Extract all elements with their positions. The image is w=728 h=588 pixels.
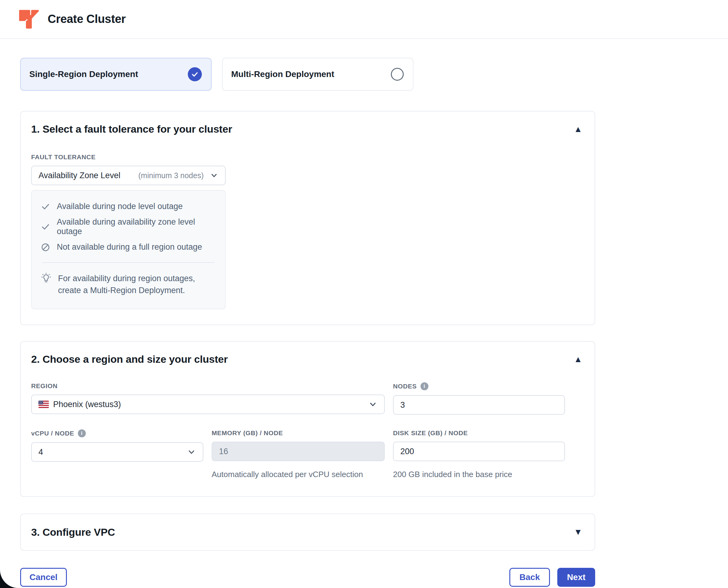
vpc-section: 3. Configure VPC ▼	[20, 513, 595, 551]
check-icon	[41, 222, 50, 231]
footer-right-buttons: Back Next	[509, 568, 595, 587]
fault-tolerance-value: Availability Zone Level	[39, 171, 120, 180]
fault-tolerance-field-group: FAULT TOLERANCE Availability Zone Level …	[31, 153, 582, 309]
fault-tolerance-section-title: 1. Select a fault tolerance for your clu…	[31, 123, 232, 135]
availability-info-box: Available during node level outage Avail…	[31, 190, 226, 309]
availability-note-text: Available during availability zone level…	[57, 217, 216, 236]
lightbulb-icon	[41, 273, 51, 286]
memory-input	[212, 442, 385, 461]
deployment-type-options: Single-Region Deployment Multi-Region De…	[20, 58, 595, 91]
fault-tolerance-section: 1. Select a fault tolerance for your clu…	[20, 111, 595, 325]
region-label: REGION	[31, 382, 385, 390]
info-icon[interactable]: i	[420, 382, 428, 390]
region-size-section-title: 2. Choose a region and size your cluster	[31, 353, 228, 365]
vcpu-value: 4	[39, 447, 43, 457]
collapse-down-icon[interactable]: ▼	[574, 528, 582, 537]
selected-check-radio[interactable]	[188, 67, 202, 81]
availability-note-text: Not available during a full region outag…	[57, 243, 202, 252]
region-size-grid: REGION	[31, 382, 582, 415]
wizard-footer: Cancel Back Next	[20, 568, 595, 587]
chevron-down-icon	[187, 447, 196, 457]
not-available-icon	[41, 243, 50, 252]
window-corner-decoration	[0, 570, 18, 588]
nodes-label: NODES	[393, 383, 417, 390]
memory-helper-text: Automatically allocated per vCPU selecti…	[212, 470, 385, 479]
chevron-down-icon	[210, 171, 218, 180]
tip-text: For availability during region outages, …	[58, 273, 216, 296]
single-region-label: Single-Region Deployment	[29, 69, 138, 79]
region-size-section-header[interactable]: 2. Choose a region and size your cluster…	[31, 353, 582, 365]
memory-field-group: MEMORY (GB) / NODE Automatically allocat…	[212, 429, 385, 479]
back-button[interactable]: Back	[509, 568, 550, 587]
divider	[42, 262, 215, 263]
unselected-radio[interactable]	[391, 68, 404, 81]
memory-label: MEMORY (GB) / NODE	[212, 429, 385, 437]
region-value: Phoenix (westus3)	[53, 400, 121, 409]
vpc-section-header[interactable]: 3. Configure VPC ▼	[31, 526, 582, 538]
check-icon	[191, 70, 199, 78]
multi-region-label: Multi-Region Deployment	[231, 69, 334, 79]
chevron-down-icon	[368, 400, 377, 409]
nodes-field-group: NODES i	[393, 382, 565, 415]
single-region-option-card[interactable]: Single-Region Deployment	[20, 58, 212, 91]
availability-note: Not available during a full region outag…	[41, 243, 216, 252]
page-title: Create Cluster	[48, 13, 126, 26]
region-field-group: REGION	[31, 382, 385, 415]
region-size-section: 2. Choose a region and size your cluster…	[20, 341, 595, 497]
fault-tolerance-label: FAULT TOLERANCE	[31, 153, 582, 161]
fault-tolerance-hint: (minimum 3 nodes)	[138, 171, 204, 180]
check-icon	[41, 202, 50, 211]
collapse-up-icon[interactable]: ▲	[574, 125, 582, 133]
multi-region-option-card[interactable]: Multi-Region Deployment	[222, 58, 414, 91]
disk-field-group: DISK SIZE (GB) / NODE 200 GB included in…	[393, 429, 565, 479]
vcpu-label: vCPU / NODE	[31, 430, 74, 437]
availability-note: Available during node level outage	[41, 202, 216, 211]
cancel-button[interactable]: Cancel	[20, 568, 67, 587]
disk-size-input[interactable]	[393, 442, 565, 461]
node-size-grid: vCPU / NODE i 4 MEMORY (GB) / NODE Autom…	[31, 429, 582, 479]
nodes-input[interactable]	[393, 395, 565, 415]
region-outage-tip: For availability during region outages, …	[41, 273, 216, 296]
fault-tolerance-section-header[interactable]: 1. Select a fault tolerance for your clu…	[31, 123, 582, 135]
vpc-section-title: 3. Configure VPC	[31, 526, 115, 538]
next-button[interactable]: Next	[557, 568, 595, 587]
yugabyte-logo-icon	[17, 8, 40, 30]
vcpu-field-group: vCPU / NODE i 4	[31, 429, 203, 479]
disk-label: DISK SIZE (GB) / NODE	[393, 429, 565, 437]
availability-note-text: Available during node level outage	[57, 202, 183, 211]
disk-helper-text: 200 GB included in the base price	[393, 470, 565, 479]
availability-note: Available during availability zone level…	[41, 217, 216, 236]
collapse-up-icon[interactable]: ▲	[574, 355, 582, 364]
us-flag-icon	[39, 401, 49, 408]
region-select[interactable]: Phoenix (westus3)	[31, 395, 385, 414]
info-icon[interactable]: i	[78, 429, 86, 437]
vcpu-select[interactable]: 4	[31, 442, 203, 462]
main-content: Single-Region Deployment Multi-Region De…	[20, 58, 595, 587]
app-header: Create Cluster	[0, 0, 728, 39]
fault-tolerance-select[interactable]: Availability Zone Level (minimum 3 nodes…	[31, 166, 226, 185]
